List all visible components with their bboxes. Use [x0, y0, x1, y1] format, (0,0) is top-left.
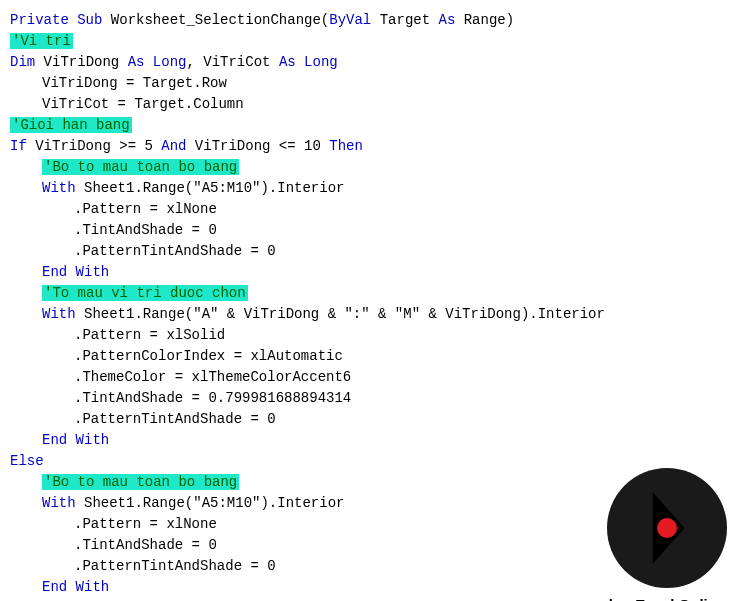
code-line-3: ViTriDong = Target.Row: [10, 73, 737, 94]
logo-dot-icon: [657, 518, 677, 538]
code-line-12: End With: [10, 262, 737, 283]
code-line-0: Private Sub Worksheet_SelectionChange(By…: [10, 10, 737, 31]
code-line-9: .Pattern = xlNone: [10, 199, 737, 220]
code-line-14: With Sheet1.Range("A" & ViTriDong & ":" …: [10, 304, 737, 325]
code-line-8: With Sheet1.Range("A5:M10").Interior: [10, 178, 737, 199]
code-line-19: .PatternTintAndShade = 0: [10, 409, 737, 430]
code-line-7: 'Bo to mau toan bo bang: [10, 157, 737, 178]
code-line-18: .TintAndShade = 0.799981688894314: [10, 388, 737, 409]
code-line-1: 'Vi tri: [10, 31, 737, 52]
logo-container: họcExcel.Online select * from [EXCEL]: [607, 468, 727, 601]
code-line-11: .PatternTintAndShade = 0: [10, 241, 737, 262]
code-line-2: Dim ViTriDong As Long, ViTriCot As Long: [10, 52, 737, 73]
code-line-6: If ViTriDong >= 5 And ViTriDong <= 10 Th…: [10, 136, 737, 157]
code-line-17: .ThemeColor = xlThemeColorAccent6: [10, 367, 737, 388]
logo-text: họcExcel.Online: [607, 594, 727, 601]
code-line-15: .Pattern = xlSolid: [10, 325, 737, 346]
code-line-10: .TintAndShade = 0: [10, 220, 737, 241]
code-line-5: 'Gioi han bang: [10, 115, 737, 136]
code-line-16: .PatternColorIndex = xlAutomatic: [10, 346, 737, 367]
logo-circle: [607, 468, 727, 588]
code-line-20: End With: [10, 430, 737, 451]
code-line-13: 'To mau vi tri duoc chon: [10, 283, 737, 304]
code-line-4: ViTriCot = Target.Column: [10, 94, 737, 115]
